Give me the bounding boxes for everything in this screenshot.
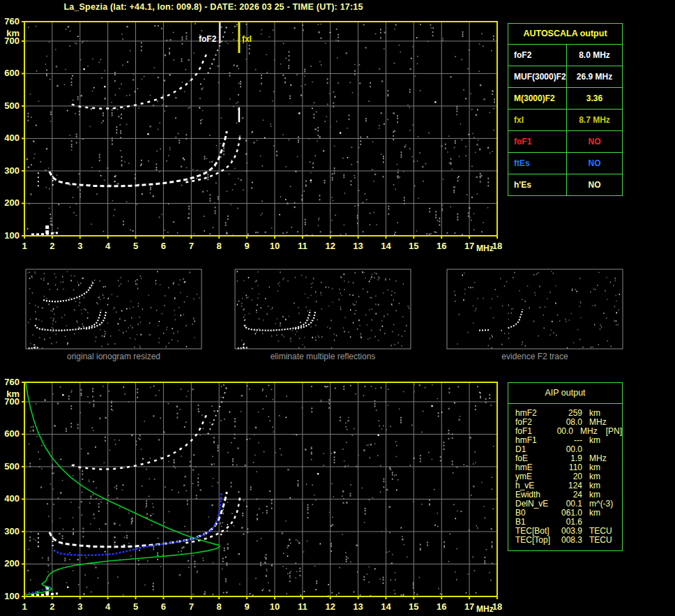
autoscala-row: ftEsNO <box>508 153 622 174</box>
svg-text:12: 12 <box>325 601 335 612</box>
aip-param-label: TEC[Top] <box>515 536 557 545</box>
svg-text:100: 100 <box>4 591 20 601</box>
panel-caption-eliminate: eliminate multiple reflections <box>235 352 411 361</box>
svg-text:14: 14 <box>381 241 391 251</box>
svg-text:600: 600 <box>4 68 20 78</box>
autoscala-param-value: NO <box>567 153 622 174</box>
aip-param-value: 008.3 <box>557 536 582 545</box>
autoscala-param-value: NO <box>567 174 622 195</box>
autoscala-row: foF28.0 MHz <box>508 45 622 66</box>
aip-table-rows: hmF2259kmfoF208.0MHzfoF100.0MHz[PN]hmF1-… <box>508 404 622 545</box>
svg-text:100: 100 <box>4 230 20 241</box>
svg-text:7: 7 <box>189 601 194 612</box>
svg-text:8: 8 <box>217 601 222 612</box>
svg-text:MHz: MHz <box>476 243 494 253</box>
svg-text:15: 15 <box>409 601 418 612</box>
svg-text:12: 12 <box>325 241 335 251</box>
autoscala-param-value: 26.9 MHz <box>567 66 622 87</box>
svg-text:500: 500 <box>4 100 20 111</box>
svg-text:5: 5 <box>133 241 138 251</box>
svg-text:17: 17 <box>464 601 474 612</box>
svg-text:6: 6 <box>161 241 166 251</box>
svg-text:1: 1 <box>22 601 26 612</box>
autoscala-param-value: 8.7 MHz <box>567 110 622 130</box>
panel-caption-original: original ionogram resized <box>26 352 202 361</box>
svg-text:200: 200 <box>4 197 20 208</box>
processing-panel-0 <box>26 269 202 349</box>
svg-text:10: 10 <box>270 601 280 612</box>
svg-text:14: 14 <box>381 601 391 612</box>
aip-param-unit: km <box>589 436 600 445</box>
autoscala-table-rows: foF28.0 MHzMUF(3000)F226.9 MHzM(3000)F23… <box>508 45 622 195</box>
processing-panel-1 <box>235 269 411 349</box>
svg-text:2: 2 <box>50 241 54 251</box>
svg-text:10: 10 <box>270 241 280 251</box>
autoscala-output-table: AUTOSCALA output foF28.0 MHzMUF(3000)F22… <box>508 23 623 196</box>
svg-text:1: 1 <box>22 241 26 251</box>
svg-text:13: 13 <box>353 241 363 251</box>
svg-text:500: 500 <box>4 461 20 472</box>
svg-text:km: km <box>6 389 20 399</box>
ionogram-profile-plot: 123456789101112131415161718MHz1002003004… <box>4 377 502 614</box>
svg-text:760: 760 <box>4 377 20 387</box>
processing-panel-2 <box>447 269 623 349</box>
svg-text:16: 16 <box>437 241 446 251</box>
autoscala-param-label: ftEs <box>508 153 567 174</box>
aip-param-note: [PN] <box>606 427 622 436</box>
svg-text:foF2: foF2 <box>199 34 217 44</box>
svg-text:16: 16 <box>437 601 446 612</box>
autoscala-row: foF1NO <box>508 131 622 153</box>
svg-text:2: 2 <box>50 601 54 612</box>
svg-text:300: 300 <box>4 165 20 176</box>
svg-text:13: 13 <box>353 601 363 612</box>
svg-text:8: 8 <box>217 241 222 251</box>
svg-text:18: 18 <box>492 601 502 612</box>
svg-text:600: 600 <box>4 428 20 439</box>
autoscala-param-label: MUF(3000)F2 <box>508 66 567 87</box>
autoscala-table-title: AUTOSCALA output <box>508 24 622 45</box>
autoscala-param-value: NO <box>567 131 622 152</box>
ionogram-main-plot: 123456789101112131415161718MHz1002003004… <box>4 16 502 253</box>
svg-text:200: 200 <box>4 558 20 569</box>
svg-text:km: km <box>6 28 20 38</box>
panel-caption-evidence: evidence F2 trace <box>447 352 623 361</box>
aip-param-unit: km <box>589 509 600 518</box>
autoscala-param-label: fxI <box>508 110 567 130</box>
autoscala-row: fxI8.7 MHz <box>508 110 622 131</box>
svg-text:760: 760 <box>4 16 20 27</box>
svg-text:7: 7 <box>189 241 194 251</box>
autoscala-app-window: La_Spezia (lat: +44.1, lon: 009.8) - DAT… <box>0 0 675 616</box>
svg-text:6: 6 <box>161 601 166 612</box>
aip-output-table: AIP output hmF2259kmfoF208.0MHzfoF100.0M… <box>508 382 623 551</box>
svg-text:11: 11 <box>298 241 308 251</box>
svg-text:300: 300 <box>4 526 20 536</box>
svg-text:400: 400 <box>4 493 20 504</box>
aip-param-value: 00.0 <box>552 427 573 436</box>
svg-text:400: 400 <box>4 133 20 143</box>
svg-text:5: 5 <box>133 601 138 612</box>
autoscala-param-label: M(3000)F2 <box>508 88 567 109</box>
svg-text:3: 3 <box>77 241 82 251</box>
svg-text:4: 4 <box>105 241 111 251</box>
svg-text:15: 15 <box>409 241 418 251</box>
autoscala-row: M(3000)F23.36 <box>508 88 622 110</box>
svg-text:9: 9 <box>244 241 249 251</box>
svg-text:3: 3 <box>77 601 82 612</box>
autoscala-param-label: h'Es <box>508 174 567 195</box>
autoscala-row: MUF(3000)F226.9 MHz <box>508 66 622 88</box>
svg-text:17: 17 <box>464 241 474 251</box>
svg-text:4: 4 <box>105 601 111 612</box>
svg-text:MHz: MHz <box>476 604 494 614</box>
svg-text:11: 11 <box>298 601 308 612</box>
svg-text:9: 9 <box>244 601 249 612</box>
aip-table-title: AIP output <box>508 383 622 404</box>
autoscala-row: h'EsNO <box>508 174 622 195</box>
autoscala-param-value: 8.0 MHz <box>567 45 622 66</box>
autoscala-param-value: 3.36 <box>567 88 622 109</box>
aip-row: TEC[Top]008.3TECU <box>515 536 622 545</box>
autoscala-param-label: foF1 <box>508 131 567 152</box>
svg-text:18: 18 <box>492 241 502 251</box>
aip-param-unit: TECU <box>589 536 612 545</box>
autoscala-param-label: foF2 <box>508 45 567 66</box>
svg-text:fxI: fxI <box>242 34 252 44</box>
